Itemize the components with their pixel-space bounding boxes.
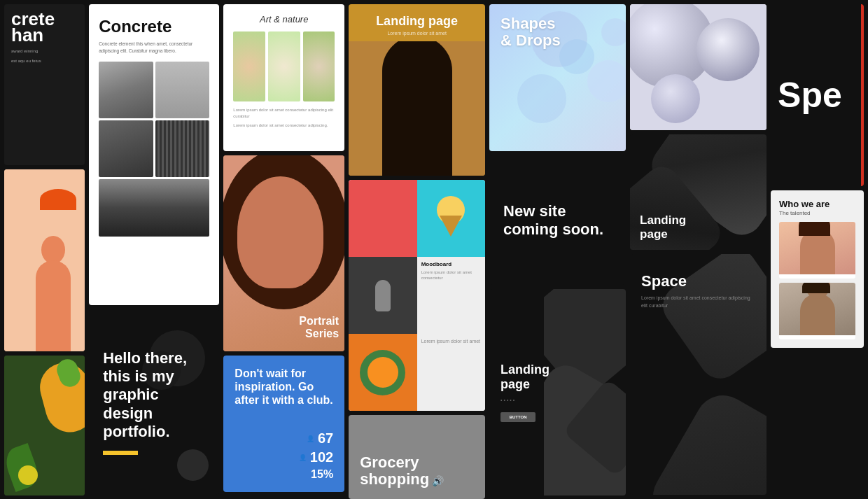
landing-button-label: BUTTON (510, 415, 527, 419)
abstract-bg (630, 4, 766, 130)
art-desc: Lorem ipsum dolor sit amet consectetur a… (233, 107, 335, 120)
concrete-desc: Concrete element this when amet, consect… (99, 41, 209, 55)
landing-page-small-card[interactable]: Landing page • • • • • BUTTON (489, 289, 626, 496)
abstract-decoration (544, 289, 626, 496)
landing-bottom-title: Landingpage (640, 213, 686, 241)
landing-portrait (349, 41, 485, 176)
space-content: Space Lorem ipsum dolor sit amet consect… (630, 254, 766, 495)
profile-img-1 (779, 222, 855, 274)
column-7: Spe Who we are The talented Fumiya Akimo… (771, 4, 864, 495)
hello-card[interactable]: Hello there, this is my graphic design p… (89, 309, 219, 495)
landing-button[interactable]: BUTTON (500, 412, 536, 422)
column-1: crete han award winning est aqu eu fetus (4, 4, 85, 495)
shapes-drops-card[interactable]: Shapes& Drops (489, 4, 626, 151)
profile-card-1: Fumiya Akimoto Creative director (779, 222, 855, 279)
spe-inner: Spe (771, 4, 864, 186)
moodboard-desc: Lorem ipsum dolor sit amet consectetur (421, 269, 481, 281)
hat (40, 189, 76, 210)
photo-cell-4 (155, 120, 210, 177)
abstract-3d-card[interactable] (630, 4, 766, 130)
stat-1: 👤 67 (307, 430, 333, 447)
person-pink-card[interactable] (4, 169, 85, 351)
landing-small-title: Landing page (500, 363, 615, 392)
space-title: Space (641, 272, 755, 290)
orb2 (696, 18, 760, 81)
art-img-3 (303, 31, 335, 101)
stat-num-3: 15% (311, 468, 333, 481)
landing-small-label: Landingpage (640, 213, 686, 241)
landing-page-main-card[interactable]: Landing page Lorem ipsum dolor sit amet (349, 4, 485, 176)
profile-card-2: Sebastian Adams Developer (779, 283, 855, 339)
crete-card[interactable]: crete han award winning est aqu eu fetus (4, 4, 85, 165)
vase (375, 280, 391, 311)
stat-2: 👤 102 (299, 449, 333, 465)
photo-cell-5 (99, 179, 209, 236)
gallery: crete han award winning est aqu eu fetus (0, 0, 868, 499)
grocery-card[interactable]: Grocery shopping 🔊 (349, 415, 485, 499)
spe-card[interactable]: Spe (771, 4, 864, 186)
moodboard-grid: Moodboard Lorem ipsum dolor sit amet con… (349, 180, 485, 411)
spe-text: Spe (778, 78, 842, 113)
space-card[interactable]: Space Lorem ipsum dolor sit amet consect… (630, 254, 766, 495)
who-sub: The talented (779, 210, 855, 216)
stat-3: 15% (307, 468, 333, 481)
profile-img-2 (779, 283, 855, 335)
dark-abstract-landing[interactable]: Landingpage (630, 134, 766, 250)
portrait-series-card[interactable]: Portrait Series (223, 155, 344, 351)
stat-num-1: 67 (318, 430, 333, 447)
face (237, 176, 323, 288)
moodboard-card[interactable]: Moodboard Lorem ipsum dolor sit amet con… (349, 180, 485, 411)
photo-cell-1 (99, 62, 153, 118)
art-nature-card[interactable]: Art & nature Lorem ipsum dolor sit amet … (223, 4, 344, 151)
art-desc2: Lorem ipsum dolor sit amet consectetur a… (233, 122, 335, 129)
column-3: Art & nature Lorem ipsum dolor sit amet … (223, 4, 344, 495)
stat-num-2: 102 (310, 449, 333, 465)
blob3 (177, 449, 209, 481)
art-img-1 (233, 31, 265, 101)
stats-row: 👤 67 👤 102 15% (234, 430, 333, 481)
person-icon-1: 👤 (307, 435, 314, 442)
person-head (41, 236, 65, 264)
photo-cell-3 (99, 120, 153, 177)
mb-cyan (417, 180, 485, 257)
tropical-card[interactable] (4, 356, 85, 496)
lemon (18, 465, 38, 485)
column-4: Landing page Lorem ipsum dolor sit amet (349, 4, 485, 495)
person-icon-2: 👤 (299, 454, 307, 461)
mb-red (349, 180, 416, 257)
crete-title: crete han (11, 11, 78, 44)
dont-wait-card[interactable]: Don't wait for inspiration. Go after it … (223, 356, 344, 492)
landing-title: Landing page (376, 14, 458, 29)
hello-text: Hello there, this is my graphic design p… (103, 349, 205, 442)
concrete-title: Concrete (99, 17, 209, 36)
landing-sub: Lorem ipsum dolor sit amet (387, 31, 446, 36)
profile-name-1: Fumiya Akimoto (783, 278, 851, 279)
mb-light: Moodboard Lorem ipsum dolor sit amet con… (417, 257, 485, 334)
mb-light2: Lorem ipsum dolor sit amet (417, 334, 485, 411)
art-images (233, 31, 335, 101)
mb-orange (349, 334, 416, 411)
person-silhouette (36, 260, 71, 351)
mb-dark (349, 257, 416, 334)
column-6: Landingpage Space Lorem ipsum dolor sit … (630, 4, 766, 495)
new-site-card[interactable]: New site coming soon. (489, 155, 626, 285)
photo-cell-2 (155, 62, 210, 118)
shapes-drops-bg: Shapes& Drops (489, 4, 626, 151)
landing-dots: • • • • • (500, 398, 615, 402)
moodboard-label: Moodboard (421, 261, 481, 267)
profile-info-1: Fumiya Akimoto Creative director (779, 274, 855, 279)
new-site-text: New site coming soon. (503, 202, 612, 238)
crete-subtitle2: est aqu eu fetus (11, 58, 78, 64)
art-img-2 (268, 31, 300, 101)
dont-wait-text: Don't wait for inspiration. Go after it … (234, 367, 333, 407)
photo-grid (99, 62, 209, 237)
grocery-text: Grocery shopping (360, 454, 429, 488)
column-2: Concrete Concrete element this when amet… (89, 4, 219, 495)
art-title: Art & nature (233, 14, 335, 24)
who-we-are-card[interactable]: Who we are The talented Fumiya Akimoto C… (771, 190, 864, 348)
shapes-drops-text: Shapes& Drops (500, 15, 615, 49)
portrait-series-text: Portrait Series (299, 315, 339, 340)
portrait-silhouette-main (382, 41, 452, 176)
profile-name-2: Sebastian Adams (783, 339, 851, 339)
concrete-card[interactable]: Concrete Concrete element this when amet… (89, 4, 219, 305)
